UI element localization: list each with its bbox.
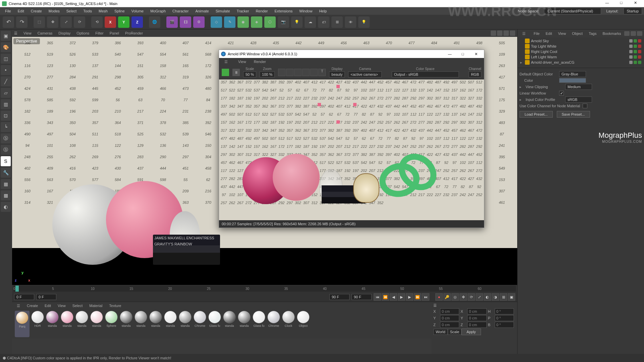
vp-nav-icon-2[interactable] — [497, 31, 502, 36]
menu-extensions[interactable]: Extensions — [271, 8, 296, 14]
ipr-hamburger-icon[interactable]: ☰ — [221, 59, 231, 65]
axis-mode[interactable]: ┕ — [1, 122, 11, 132]
material-item[interactable]: standa — [75, 311, 89, 337]
obj-layout-icon[interactable] — [637, 31, 642, 36]
generator-button[interactable]: ◉ — [237, 16, 249, 28]
coord-z-input[interactable]: 0 cm — [440, 322, 459, 328]
frame-start-field[interactable]: 0 F — [14, 294, 34, 300]
spline-pen-button[interactable]: ✎ — [224, 16, 235, 28]
obj-filter-icon[interactable] — [631, 31, 636, 36]
visibility-toggle[interactable] — [634, 50, 637, 53]
render-toggle[interactable] — [638, 39, 641, 43]
axis-x-toggle[interactable]: X — [105, 16, 116, 28]
ipr-text-overlay-btn[interactable]: T — [318, 69, 326, 76]
obj-menu-view[interactable]: View — [555, 31, 569, 36]
coord-type-dropdown[interactable]: Scale — [448, 329, 462, 335]
ipr-render-view[interactable]: 3573623673723773823873923974024074124174… — [219, 79, 484, 220]
object-row[interactable]: Top Light White — [519, 44, 643, 49]
menu-character[interactable]: Character — [169, 8, 192, 14]
ipr-play-button[interactable] — [222, 69, 229, 76]
move-tool[interactable]: ✥ — [47, 16, 58, 28]
uvpoint-mode[interactable]: ⊡ — [1, 111, 11, 121]
menu-tracker[interactable]: Tracker — [234, 8, 252, 14]
obj-menu-file[interactable]: File — [531, 31, 542, 36]
color-picker[interactable] — [559, 78, 586, 83]
obj-menu-tags[interactable]: Tags — [586, 31, 599, 36]
menu-spline[interactable]: Spline — [111, 8, 128, 14]
primitive-cube-button[interactable]: ◇ — [211, 16, 222, 28]
default-obj-color-dropdown[interactable]: Gray-Blue — [559, 71, 586, 77]
key-misc-button[interactable]: ▣ — [508, 293, 515, 301]
ipr-camera-dropdown[interactable]: <active camera> — [348, 71, 382, 77]
material-item[interactable]: Parq — [15, 311, 30, 337]
frame-end-view-field[interactable]: 90 F — [329, 294, 350, 300]
layer-dot-icon[interactable] — [629, 45, 633, 48]
environment-button[interactable]: ☁ — [305, 16, 316, 28]
deformer-button[interactable]: ◈ — [251, 16, 262, 28]
texture-mode[interactable]: 🎨 — [1, 42, 11, 52]
point-mode[interactable]: • — [1, 65, 11, 75]
material-item[interactable]: Chrome — [267, 311, 280, 337]
workplane-mode[interactable]: ◫ — [1, 54, 11, 64]
quantize[interactable]: 🔧 — [1, 168, 11, 178]
close-button[interactable]: ✕ — [629, 1, 642, 7]
autokey-button[interactable]: 🔑 — [443, 293, 451, 301]
minimize-button[interactable]: — — [600, 1, 614, 7]
material-item[interactable]: standa — [178, 311, 192, 337]
layer-dot-icon[interactable] — [629, 50, 633, 53]
bulb-button[interactable]: 💡 — [358, 16, 370, 28]
render-region-handle-4[interactable] — [336, 120, 340, 124]
render-region-handle-3[interactable] — [353, 103, 357, 106]
menu-mograph[interactable]: MoGraph — [147, 8, 169, 14]
use-color-channel-checkbox[interactable] — [583, 104, 587, 108]
coord-y-input[interactable]: 0 cm — [440, 315, 459, 321]
menu-help[interactable]: Help — [316, 8, 330, 14]
key-pla-button[interactable]: ◑ — [492, 293, 499, 301]
material-item[interactable]: Glass fo — [252, 311, 266, 337]
misc-tool-1[interactable]: ⊞ — [331, 16, 343, 28]
menu-modes[interactable]: Modes — [46, 8, 63, 14]
object-list[interactable]: Arnold Sky Top Light White Right Light C… — [518, 38, 644, 68]
ipr-display-dropdown[interactable]: beauty — [329, 71, 345, 77]
material-item[interactable]: standa — [60, 311, 74, 337]
ipr-maximize-button[interactable]: □ — [457, 52, 469, 56]
ipr-menu-view[interactable]: View — [235, 59, 250, 64]
snap-3[interactable]: S — [1, 156, 11, 166]
ipr-close-button[interactable]: ✕ — [470, 52, 482, 56]
key-grid-button[interactable]: ⊞ — [500, 293, 507, 301]
goto-start-button[interactable]: ⏮ — [374, 293, 381, 301]
menu-volume[interactable]: Volume — [128, 8, 147, 14]
rot-h-input[interactable]: 0 ° — [495, 308, 514, 314]
ipr-view-btn-1[interactable] — [278, 69, 285, 76]
material-item[interactable]: standa — [46, 311, 59, 337]
camera-button[interactable]: 📷 — [278, 16, 289, 28]
render-toggle[interactable] — [638, 55, 641, 59]
render-toggle[interactable] — [638, 50, 641, 53]
save-preset-button[interactable]: Save Preset... — [557, 111, 590, 118]
select-tool[interactable]: ⬚ — [34, 16, 45, 28]
ipr-pause-button[interactable]: ⏸ — [232, 69, 240, 76]
object-row[interactable]: ▸ Arnold driver_exr_acesCG — [519, 60, 643, 65]
enable-snap[interactable]: Ⓢ — [1, 133, 11, 143]
menu-create[interactable]: Create — [28, 8, 45, 14]
light-button[interactable]: 💡 — [291, 16, 303, 28]
render-toggle[interactable] — [638, 61, 641, 64]
coord-system-button[interactable]: 🌐 — [149, 16, 160, 28]
menu-animate[interactable]: Animate — [192, 8, 212, 14]
play-button[interactable]: ▶ — [398, 293, 405, 301]
rot-b-input[interactable]: 0 ° — [495, 322, 514, 328]
material-item[interactable]: standa — [119, 311, 133, 337]
vp-nav-icon-4[interactable] — [510, 31, 515, 36]
obj-menu-edit[interactable]: Edit — [543, 31, 555, 36]
key-selection-button[interactable]: ◎ — [451, 293, 459, 301]
ipr-view-btn-2[interactable] — [286, 69, 293, 76]
obj-menu-bookmarks[interactable]: Bookmarks — [600, 31, 624, 36]
object-row[interactable]: Right Light Cool — [519, 49, 643, 54]
node-space-dropdown[interactable]: Current (Standard/Physical) — [544, 8, 601, 14]
vp-menu-cameras[interactable]: Cameras — [35, 31, 55, 36]
material-item[interactable]: Chrome — [193, 311, 207, 337]
vp-hamburger-icon[interactable]: ☰ — [14, 31, 17, 36]
material-item[interactable]: HDR — [31, 311, 44, 337]
visibility-toggle[interactable] — [634, 61, 637, 64]
size-z-input[interactable]: 0 cm — [467, 322, 486, 328]
